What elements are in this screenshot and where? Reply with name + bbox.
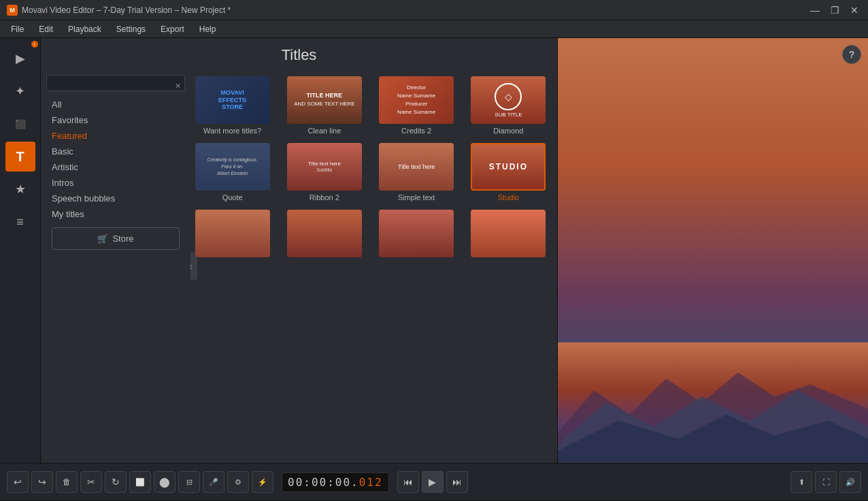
title-item-row3d[interactable] [467,210,550,260]
titles-grid: MOVAVIEFFECTSSTORE Want more titles? TIT… [190,69,557,267]
title-item-simple[interactable]: Title text here Simple text [375,143,458,201]
color-button[interactable]: ⬤ [154,471,176,493]
titles-heading: Titles [41,38,557,69]
tool-fx[interactable]: ✦ [5,76,35,106]
redo-icon: ↪ [38,476,46,487]
tool-titles[interactable]: T [5,142,35,172]
title-item-quote[interactable]: Creativity is contagious.Pass it on.Albe… [190,143,274,201]
menu-file[interactable]: File [4,23,31,35]
category-speech-bubbles[interactable]: Speech bubbles [46,191,185,206]
help-button[interactable]: ? [842,45,861,64]
menu-playback[interactable]: Playback [61,23,108,35]
store-label: Store [112,233,133,244]
title-label-store: Want more titles? [203,127,261,135]
title-thumb-row3b [287,210,362,257]
timecode-frames: 012 [359,476,383,489]
transport-right: ⬆ ⛶ 🔊 [790,471,861,493]
tool-filters[interactable]: ≡ [5,207,35,237]
category-my-titles[interactable]: My titles [46,206,185,222]
category-basic[interactable]: Basic [46,144,185,159]
left-toolbar: ▶ ! ✦ ⬛ T ★ ≡ [0,38,41,463]
notification-badge: ! [31,41,38,48]
category-featured[interactable]: Featured [46,128,185,144]
search-input[interactable] [46,75,185,91]
fx-icon: ✦ [15,84,25,99]
filters-icon: ≡ [16,215,24,229]
menu-help[interactable]: Help [193,23,223,35]
tool-favorites[interactable]: ★ [5,174,35,204]
play-button[interactable]: ▶ [422,471,444,493]
title-item-studio[interactable]: STUDIO Studio [467,143,550,201]
title-item-row3a[interactable] [190,210,274,260]
go-end-icon: ⏭ [452,476,462,487]
redo-button[interactable]: ↪ [31,471,53,493]
title-thumb-row3c [379,210,454,257]
export2-icon: ⬆ [799,478,805,487]
export2-button[interactable]: ⬆ [790,471,812,493]
title-label-simple: Simple text [398,193,435,201]
title-thumb-credits2: DirectorName SurnameProducerName Surname [379,76,454,124]
color-icon: ⬤ [159,476,170,487]
minimize-button[interactable]: — [807,5,822,16]
timecode-main: 00:00:00. [288,476,359,489]
preview-area: ? [558,38,868,463]
title-thumb-row3a [195,210,270,257]
store-button[interactable]: 🛒 Store [52,227,180,250]
delete-button[interactable]: 🗑 [56,471,78,493]
preview-background [558,38,868,463]
category-all[interactable]: All [46,97,185,112]
volume-icon: 🔊 [846,478,855,487]
fx2-button[interactable]: ⚡ [252,471,273,493]
title-item-credits2[interactable]: DirectorName SurnameProducerName Surname… [375,76,458,135]
go-start-button[interactable]: ⏮ [397,471,419,493]
menu-settings[interactable]: Settings [110,23,152,35]
menubar: File Edit Playback Settings Export Help [0,20,868,38]
stab-icon: ⊟ [186,478,193,487]
settings-button[interactable]: ⚙ [227,471,249,493]
title-item-diamond[interactable]: ◇ SUB TITLE Diamond [467,76,550,135]
go-end-button[interactable]: ⏭ [446,471,468,493]
mic-button[interactable]: 🎤 [203,471,224,493]
title-item-cleanline[interactable]: TITLE HEREAND SOME TEXT HERE Clean line [282,76,366,135]
favorites-icon: ★ [15,182,26,197]
fullscreen-icon: ⛶ [822,478,830,486]
menu-edit[interactable]: Edit [32,23,60,35]
category-favorites[interactable]: Favorites [46,112,185,128]
title-item-ribbon2[interactable]: Title text hereSubtitle Ribbon 2 [282,143,366,201]
undo-button[interactable]: ↩ [7,471,29,493]
crop-button[interactable]: ⬜ [129,471,151,493]
title-thumb-diamond: ◇ SUB TITLE [471,76,546,124]
maximize-button[interactable]: ❐ [828,5,842,16]
go-start-icon: ⏮ [403,476,413,487]
stab-button[interactable]: ⊟ [178,471,200,493]
transitions-icon: ⬛ [15,119,26,129]
category-list: All Favorites Featured Basic Artistic In… [46,97,185,222]
volume-button[interactable]: 🔊 [839,471,861,493]
main-area: ▶ ! ✦ ⬛ T ★ ≡ Titles ✕ [0,38,868,463]
cut-icon: ✂ [87,476,95,487]
close-button[interactable]: ✕ [848,5,861,16]
title-item-row3c[interactable] [375,210,458,260]
crop-icon: ⬜ [135,478,145,487]
title-thumb-simple: Title text here [379,143,454,191]
app-logo: M [7,5,18,16]
delete-icon: 🗑 [63,477,71,487]
title-thumb-ribbon2: Title text hereSubtitle [287,143,362,191]
search-clear-icon[interactable]: ✕ [175,82,181,91]
window-controls[interactable]: — ❐ ✕ [807,5,861,16]
undo-icon: ↩ [14,476,22,487]
menu-export[interactable]: Export [154,23,191,35]
title-label-studio: Studio [498,193,519,201]
category-intros[interactable]: Intros [46,175,185,191]
category-artistic[interactable]: Artistic [46,159,185,175]
media-icon: ▶ [16,51,25,66]
store-icon: 🛒 [97,233,108,244]
tool-media[interactable]: ▶ ! [5,44,35,74]
fullscreen-button[interactable]: ⛶ [815,471,837,493]
title-item-store[interactable]: MOVAVIEFFECTSSTORE Want more titles? [190,76,274,135]
redo2-button[interactable]: ↻ [105,471,127,493]
cut-button[interactable]: ✂ [80,471,102,493]
tool-transitions[interactable]: ⬛ [5,109,35,139]
title-item-row3b[interactable] [282,210,366,260]
title-label-ribbon2: Ribbon 2 [310,193,339,201]
